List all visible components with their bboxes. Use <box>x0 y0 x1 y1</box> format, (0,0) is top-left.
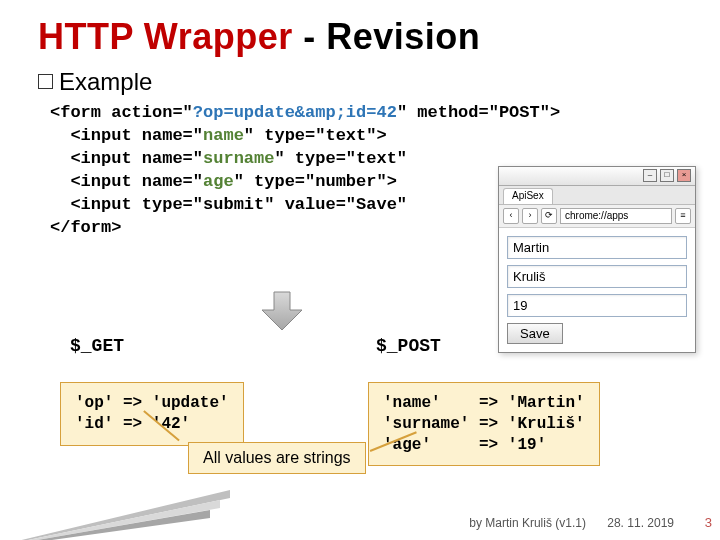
example-heading-text: Example <box>59 68 152 95</box>
code-l1a: <form action=" <box>50 103 193 122</box>
nav-forward-icon[interactable]: › <box>522 208 538 224</box>
address-bar[interactable]: chrome://apps <box>560 208 672 224</box>
browser-tab[interactable]: ApiSex <box>503 188 553 204</box>
code-l2a: <input name=" <box>50 126 203 145</box>
browser-window: – □ × ApiSex ‹ › ⟳ chrome://apps ≡ Save <box>498 166 696 353</box>
code-l4c: " type="number"> <box>234 172 397 191</box>
code-l3a: <input name=" <box>50 149 203 168</box>
browser-toolbar: ‹ › ⟳ chrome://apps ≡ <box>499 205 695 228</box>
code-l5: <input type="submit" value="Save" <box>50 195 407 214</box>
window-maximize-icon[interactable]: □ <box>660 169 674 182</box>
code-l1c: " method="POST"> <box>397 103 560 122</box>
code-l2c: " type="text"> <box>244 126 387 145</box>
arrow-down-icon <box>260 290 304 332</box>
post-box: 'name' => 'Martin' 'surname' => 'Kruliš'… <box>368 382 600 466</box>
surname-field[interactable] <box>507 265 687 288</box>
bullet-box-icon <box>38 74 53 89</box>
window-close-icon[interactable]: × <box>677 169 691 182</box>
code-l6: </form> <box>50 218 121 237</box>
svg-marker-0 <box>262 292 302 330</box>
code-l1b: ?op=update&amp;id=42 <box>193 103 397 122</box>
post-label: $_POST <box>376 336 441 356</box>
get-box: 'op' => 'update' 'id' => '42' <box>60 382 244 446</box>
footer-date: 28. 11. 2019 <box>607 516 674 530</box>
code-l3c: " type="text" <box>274 149 407 168</box>
age-field[interactable] <box>507 294 687 317</box>
nav-reload-icon[interactable]: ⟳ <box>541 208 557 224</box>
title-black: Revision <box>326 16 480 57</box>
get-label: $_GET <box>70 336 124 356</box>
nav-back-icon[interactable]: ‹ <box>503 208 519 224</box>
example-heading: Example <box>38 68 720 96</box>
footer: by Martin Kruliš (v1.1) 28. 11. 2019 <box>0 516 720 530</box>
code-l2b: name <box>203 126 244 145</box>
name-field[interactable] <box>507 236 687 259</box>
code-l4a: <input name=" <box>50 172 203 191</box>
code-l3b: surname <box>203 149 274 168</box>
page-number: 3 <box>705 515 712 530</box>
browser-content: Save <box>499 228 695 352</box>
nav-menu-icon[interactable]: ≡ <box>675 208 691 224</box>
title-dash: - <box>293 16 327 57</box>
save-button[interactable]: Save <box>507 323 563 344</box>
browser-tabbar: ApiSex <box>499 186 695 205</box>
footer-author: by Martin Kruliš (v1.1) <box>469 516 586 530</box>
code-l4b: age <box>203 172 234 191</box>
title-red: HTTP Wrapper <box>38 16 293 57</box>
window-minimize-icon[interactable]: – <box>643 169 657 182</box>
browser-titlebar: – □ × <box>499 167 695 186</box>
